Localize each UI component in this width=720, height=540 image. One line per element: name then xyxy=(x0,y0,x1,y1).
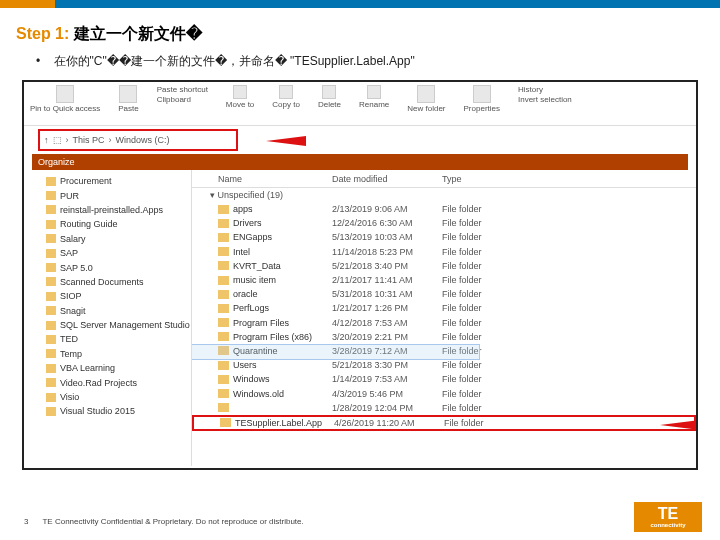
rib-history[interactable]: History xyxy=(518,85,572,94)
folder-icon xyxy=(46,220,56,229)
rib-select[interactable]: Invert selection xyxy=(518,95,572,104)
file-row[interactable]: music item2/11/2017 11:41 AMFile folder xyxy=(192,273,696,287)
folder-icon xyxy=(218,205,229,214)
file-row[interactable]: Program Files4/12/2018 7:53 AMFile folde… xyxy=(192,316,696,330)
screenshot-frame: Pin to Quick access Paste Paste shortcut… xyxy=(22,80,698,470)
folder-icon xyxy=(218,233,229,242)
folder-icon xyxy=(218,361,229,370)
file-row[interactable]: PerfLogs1/21/2017 1:26 PMFile folder xyxy=(192,301,696,315)
step-title: Step 1: 建立一个新文件� xyxy=(0,8,720,51)
footer: 3 TE Connectivity Confidential & Proprie… xyxy=(24,517,304,526)
group-unspecified[interactable]: ▾ Unspecified (19) xyxy=(192,188,696,202)
folder-icon xyxy=(218,276,229,285)
rib-props[interactable]: Properties xyxy=(464,85,500,122)
file-row[interactable]: 1/28/2019 12:04 PMFile folder xyxy=(192,401,696,415)
file-row[interactable]: Program Files (x86)3/20/2019 2:21 PMFile… xyxy=(192,330,696,344)
file-row[interactable]: TESupplier.Label.App4/26/2019 11:20 AMFi… xyxy=(192,415,696,431)
rib-clipboard: Clipboard xyxy=(157,95,208,104)
step-prefix: Step 1: xyxy=(16,25,69,42)
folder-icon xyxy=(218,261,229,270)
tree-item[interactable]: Salary xyxy=(46,232,191,246)
folder-icon xyxy=(218,219,229,228)
legal-text: TE Connectivity Confidential & Proprieta… xyxy=(42,517,303,526)
page-number: 3 xyxy=(24,517,28,526)
folder-icon xyxy=(46,321,56,330)
file-list: Name Date modified Type ▾ Unspecified (1… xyxy=(192,170,696,466)
rib-shortcut[interactable]: Paste shortcut xyxy=(157,85,208,94)
file-row[interactable]: Drivers12/24/2016 6:30 AMFile folder xyxy=(192,216,696,230)
folder-icon xyxy=(218,389,229,398)
rib-delete[interactable]: Delete xyxy=(318,85,341,122)
folder-icon xyxy=(218,332,229,341)
list-header[interactable]: Name Date modified Type xyxy=(192,170,696,188)
tree-item[interactable]: Procurement xyxy=(46,174,191,188)
folder-icon xyxy=(46,234,56,243)
folder-icon xyxy=(218,346,229,355)
tree-item[interactable]: TED xyxy=(46,332,191,346)
accent-bar xyxy=(0,0,720,8)
tree-item[interactable]: Snagit xyxy=(46,304,191,318)
file-row[interactable]: Quarantine3/28/2019 7:12 AMFile folder xyxy=(192,344,696,358)
folder-icon xyxy=(46,407,56,416)
file-row[interactable]: oracle5/31/2018 10:31 AMFile folder xyxy=(192,287,696,301)
rib-paste[interactable]: Paste xyxy=(118,85,138,122)
folder-tree[interactable]: ProcurementPURreinstall-preinstalled.App… xyxy=(24,170,192,466)
file-row[interactable]: Intel11/14/2018 5:23 PMFile folder xyxy=(192,245,696,259)
folder-icon xyxy=(46,335,56,344)
tree-item[interactable]: PUR xyxy=(46,188,191,202)
tree-item[interactable]: reinstall-preinstalled.Apps xyxy=(46,203,191,217)
tree-item[interactable]: Visual Studio 2015 xyxy=(46,404,191,418)
folder-icon xyxy=(218,304,229,313)
folder-icon xyxy=(46,177,56,186)
tree-item[interactable]: Visio xyxy=(46,390,191,404)
tree-item[interactable]: SQL Server Management Studio xyxy=(46,318,191,332)
tree-item[interactable]: Video.Rad Projects xyxy=(46,375,191,389)
folder-icon xyxy=(46,249,56,258)
file-row[interactable]: KVRT_Data5/21/2018 3:40 PMFile folder xyxy=(192,259,696,273)
folder-icon xyxy=(46,191,56,200)
organize-bar[interactable]: Organize xyxy=(32,154,688,170)
folder-icon xyxy=(218,318,229,327)
file-row[interactable]: apps2/13/2019 9:06 AMFile folder xyxy=(192,202,696,216)
folder-icon xyxy=(46,378,56,387)
folder-icon xyxy=(218,247,229,256)
rib-pin[interactable]: Pin to Quick access xyxy=(30,85,100,122)
ribbon: Pin to Quick access Paste Paste shortcut… xyxy=(24,82,696,126)
tree-item[interactable]: SAP xyxy=(46,246,191,260)
folder-icon xyxy=(218,375,229,384)
te-logo: TE connectivity xyxy=(634,502,702,532)
folder-icon xyxy=(218,403,229,412)
folder-icon xyxy=(46,393,56,402)
folder-icon xyxy=(220,418,231,427)
file-row[interactable]: Windows1/14/2019 7:53 AMFile folder xyxy=(192,372,696,386)
tree-item[interactable]: Scanned Documents xyxy=(46,275,191,289)
address-bar[interactable]: ↑⬚ › This PC › Windows (C:) xyxy=(38,129,238,151)
file-row[interactable]: ENGapps5/13/2019 10:03 AMFile folder xyxy=(192,230,696,244)
tree-item[interactable]: Temp xyxy=(46,347,191,361)
rib-copy[interactable]: Copy to xyxy=(272,85,300,122)
file-row[interactable]: Users5/21/2018 3:30 PMFile folder xyxy=(192,358,696,372)
folder-icon xyxy=(46,292,56,301)
folder-icon xyxy=(46,364,56,373)
step-text: 建立一个新文件� xyxy=(69,25,201,42)
tree-item[interactable]: SIOP xyxy=(46,289,191,303)
rib-move[interactable]: Move to xyxy=(226,85,254,122)
tree-item[interactable]: SAP 5.0 xyxy=(46,260,191,274)
rib-rename[interactable]: Rename xyxy=(359,85,389,122)
file-row[interactable]: Windows.old4/3/2019 5:46 PMFile folder xyxy=(192,386,696,400)
folder-icon xyxy=(46,263,56,272)
folder-icon xyxy=(46,349,56,358)
folder-icon xyxy=(46,277,56,286)
instruction-line: • 在你的"C"��建一个新的文件�，并命名� "TESupplier.Labe… xyxy=(0,51,720,80)
folder-icon xyxy=(46,205,56,214)
tree-item[interactable]: VBA Learning xyxy=(46,361,191,375)
folder-icon xyxy=(46,306,56,315)
tree-item[interactable]: Routing Guide xyxy=(46,217,191,231)
folder-icon xyxy=(218,290,229,299)
rib-new[interactable]: New folder xyxy=(407,85,445,122)
